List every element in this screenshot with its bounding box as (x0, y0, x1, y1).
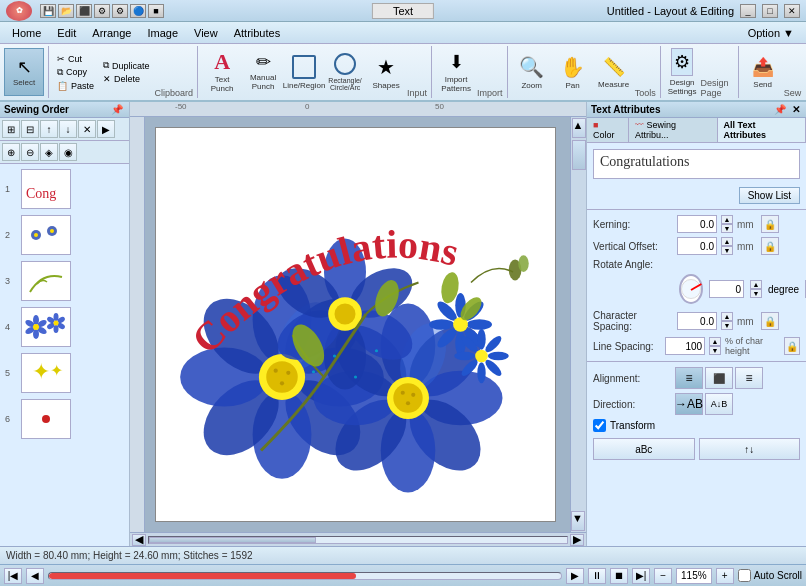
minimize-btn[interactable]: _ (740, 4, 756, 18)
linespace-down[interactable]: ▼ (709, 346, 721, 355)
rectangle-btn[interactable]: Rectangle/Circle/Arc (325, 48, 365, 96)
manual-punch-btn[interactable]: ✏ ManualPunch (243, 48, 283, 96)
rotate-angle-input[interactable] (709, 280, 744, 298)
play-pause-btn[interactable]: ⏸ (588, 568, 606, 584)
scroll-right-btn[interactable]: ▶ (570, 534, 584, 546)
copy-btn[interactable]: ⧉ Copy (53, 66, 98, 79)
send-btn[interactable]: 📤 Send (743, 48, 783, 96)
text-display[interactable]: Congratulations (593, 149, 800, 179)
tb-icon2[interactable]: 📂 (58, 4, 74, 18)
menu-image[interactable]: Image (139, 25, 186, 41)
progress-bar-container[interactable] (48, 572, 562, 580)
so-btn6[interactable]: ▶ (97, 120, 115, 138)
panel-pin-btn[interactable]: 📌 (772, 104, 788, 115)
scroll-thumb-v[interactable] (572, 140, 586, 170)
delete-btn[interactable]: ✕ Delete (99, 73, 154, 85)
tb-icon6[interactable]: 🔵 (130, 4, 146, 18)
tb-icon7[interactable]: ■ (148, 4, 164, 18)
voffset-lock[interactable]: 🔒 (761, 237, 779, 255)
kerning-up[interactable]: ▲ (721, 215, 733, 224)
select-tool-btn[interactable]: ↖ Select (4, 48, 44, 96)
direction-horizontal-btn[interactable]: →AB (675, 393, 703, 415)
sewing-item-3[interactable]: 3 (2, 258, 127, 304)
rotate-dial[interactable] (679, 274, 703, 304)
sewing-item-6[interactable]: 6 (2, 396, 127, 442)
zoom-in-btn[interactable]: + (716, 568, 734, 584)
sewing-item-4[interactable]: 4 (2, 304, 127, 350)
rotate-down[interactable]: ▼ (750, 289, 762, 298)
panel-close-btn[interactable]: ✕ (790, 104, 802, 115)
sewing-item-1[interactable]: 1 Cong (2, 166, 127, 212)
tab-color[interactable]: ■ Color (587, 118, 629, 142)
zoom-out-btn[interactable]: − (654, 568, 672, 584)
menu-home[interactable]: Home (4, 25, 49, 41)
scroll-up-btn[interactable]: ▲ (572, 118, 586, 138)
so-btn7[interactable]: ⊕ (2, 143, 20, 161)
menu-view[interactable]: View (186, 25, 226, 41)
sewing-order-pin[interactable]: 📌 (109, 104, 125, 115)
option-menu[interactable]: Option ▼ (740, 25, 802, 41)
so-btn10[interactable]: ◉ (59, 143, 77, 161)
menu-edit[interactable]: Edit (49, 25, 84, 41)
play-stop-btn[interactable]: ⏹ (610, 568, 628, 584)
shapes-btn[interactable]: ★ Shapes (366, 48, 406, 96)
line-spacing-input[interactable] (665, 337, 705, 355)
align-center-btn[interactable]: ⬛ (705, 367, 733, 389)
play-btn[interactable]: ▶ (566, 568, 584, 584)
tb-icon1[interactable]: 💾 (40, 4, 56, 18)
tb-icon3[interactable]: ⬛ (76, 4, 92, 18)
kerning-down[interactable]: ▼ (721, 224, 733, 233)
paste-btn[interactable]: 📋 Paste (53, 80, 98, 92)
title-bar-icons[interactable]: 💾 📂 ⬛ ⚙ ⚙ 🔵 ■ (40, 4, 164, 18)
import-patterns-btn[interactable]: ⬇ ImportPatterns (436, 48, 476, 96)
line-region-btn[interactable]: Line/Region (284, 48, 324, 96)
vertical-offset-input[interactable] (677, 237, 717, 255)
tb-icon5[interactable]: ⚙ (112, 4, 128, 18)
scroll-left-btn[interactable]: ◀ (132, 534, 146, 546)
charspace-lock[interactable]: 🔒 (761, 312, 779, 330)
linespace-lock[interactable]: 🔒 (784, 337, 800, 355)
cut-btn[interactable]: ✂ Cut (53, 53, 98, 65)
so-btn2[interactable]: ⊟ (21, 120, 39, 138)
design-settings-btn[interactable]: ⚙ DesignSettings (665, 48, 700, 96)
h-scroll-thumb[interactable] (149, 537, 316, 543)
align-right-btn[interactable]: ≡ (735, 367, 763, 389)
charspace-up[interactable]: ▲ (721, 312, 733, 321)
voffset-up[interactable]: ▲ (721, 237, 733, 246)
so-btn1[interactable]: ⊞ (2, 120, 20, 138)
vertical-scrollbar[interactable]: ▲ ▼ (570, 117, 586, 532)
sewing-item-2[interactable]: 2 (2, 212, 127, 258)
h-scrollbar-track[interactable] (148, 536, 568, 544)
sewing-item-5[interactable]: 5 ✦ ✦ (2, 350, 127, 396)
progress-bar[interactable] (48, 572, 562, 580)
duplicate-btn[interactable]: ⧉ Duplicate (99, 59, 154, 72)
char-spacing-input[interactable] (677, 312, 717, 330)
kerning-input[interactable] (677, 215, 717, 233)
play-next-btn[interactable]: ▶| (632, 568, 650, 584)
zoom-btn[interactable]: 🔍 Zoom (512, 48, 552, 96)
tab-sewing-attrib[interactable]: 〰 Sewing Attribu... (629, 118, 718, 142)
so-btn4[interactable]: ↓ (59, 120, 77, 138)
rotate-up[interactable]: ▲ (750, 280, 762, 289)
kerning-lock[interactable]: 🔒 (761, 215, 779, 233)
voffset-down[interactable]: ▼ (721, 246, 733, 255)
close-btn[interactable]: ✕ (784, 4, 800, 18)
menu-arrange[interactable]: Arrange (84, 25, 139, 41)
so-btn8[interactable]: ⊖ (21, 143, 39, 161)
text-punch-btn[interactable]: A TextPunch (202, 48, 242, 96)
abc-btn[interactable]: aBc (593, 438, 695, 460)
tab-all-text[interactable]: All Text Attributes (718, 118, 806, 142)
pan-btn[interactable]: ✋ Pan (553, 48, 593, 96)
horizontal-scrollbar[interactable]: ◀ ▶ (130, 532, 586, 546)
so-btn3[interactable]: ↑ (40, 120, 58, 138)
tb-icon4[interactable]: ⚙ (94, 4, 110, 18)
menu-attributes[interactable]: Attributes (226, 25, 288, 41)
linespace-up[interactable]: ▲ (709, 337, 721, 346)
direction-flip-btn[interactable]: ↑↓ (699, 438, 801, 460)
scroll-down-btn[interactable]: ▼ (571, 511, 585, 531)
transform-checkbox[interactable] (593, 419, 606, 432)
so-btn5[interactable]: ✕ (78, 120, 96, 138)
autoscroll-checkbox[interactable] (738, 569, 751, 582)
measure-btn[interactable]: 📏 Measure (594, 48, 634, 96)
play-start-btn[interactable]: |◀ (4, 568, 22, 584)
